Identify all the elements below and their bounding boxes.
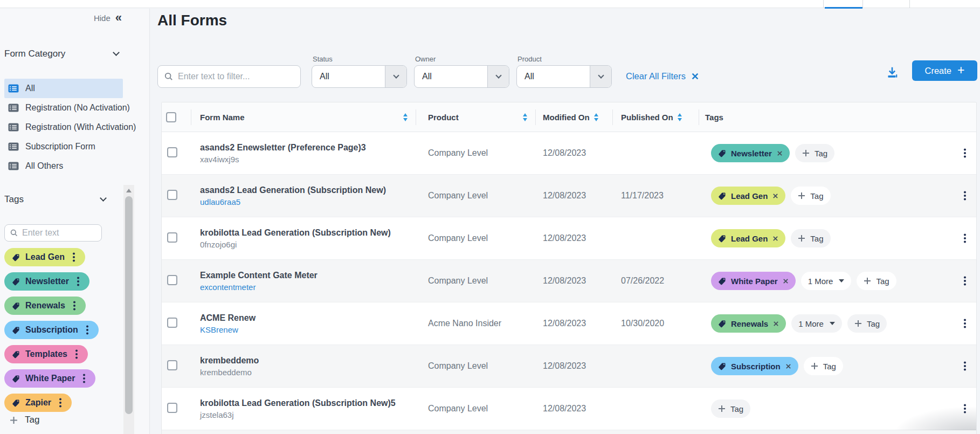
row-menu-kebab-icon[interactable] [961, 233, 969, 244]
form-id[interactable]: krembeddemo [200, 368, 416, 377]
sidebar-category-item[interactable]: Registration (With Activation) [4, 118, 123, 137]
tag-options-kebab-icon[interactable] [73, 349, 80, 360]
filter-value: All [415, 66, 487, 87]
plus-icon [802, 149, 810, 157]
add-tag-button[interactable]: Tag [847, 314, 887, 333]
tag-options-kebab-icon[interactable] [74, 276, 82, 287]
sort-icon[interactable] [594, 113, 598, 121]
hide-sidebar-button[interactable]: Hide « [0, 13, 122, 23]
column-header-product[interactable]: Product [416, 102, 536, 132]
form-name[interactable]: krobilotta Lead Generation (Subscription… [200, 398, 416, 408]
row-checkbox[interactable] [167, 403, 177, 413]
form-id[interactable]: jzstela63j [200, 410, 416, 419]
sort-icon[interactable] [678, 113, 682, 121]
row-menu-kebab-icon[interactable] [961, 318, 969, 329]
tags-header[interactable]: Tags [4, 194, 106, 205]
remove-tag-icon[interactable] [785, 363, 791, 369]
sidebar-tag-label: Renewals [25, 301, 65, 311]
filter-value: All [312, 66, 385, 87]
form-name[interactable]: asands2 Enewsletter (Preference Page)3 [200, 143, 416, 153]
clear-all-filters-button[interactable]: Clear All Filters [626, 71, 699, 81]
sidebar-tag-pill[interactable]: Subscription [4, 321, 99, 339]
row-checkbox[interactable] [167, 275, 177, 285]
tag-pill: Renewals [711, 314, 786, 333]
remove-tag-icon[interactable] [772, 193, 778, 199]
sidebar-tag-pill[interactable]: Lead Gen [4, 248, 85, 266]
add-tag-button[interactable]: Tag [791, 187, 830, 205]
form-name[interactable]: ACME Renew [200, 313, 416, 323]
remove-tag-icon[interactable] [773, 321, 779, 327]
column-header-modified-on[interactable]: Modified On [536, 102, 613, 132]
form-id[interactable]: excontentmeter [200, 283, 416, 292]
download-button[interactable] [885, 65, 899, 79]
form-id[interactable]: KSBrenew [200, 325, 416, 334]
sidebar-category-item[interactable]: Subscription Form [4, 137, 123, 156]
select-chevron-button[interactable] [385, 66, 406, 87]
form-name[interactable]: krembeddemo [200, 356, 416, 366]
sort-icon[interactable] [523, 113, 527, 121]
product-cell: Company Level [416, 361, 536, 371]
sidebar-tag-pill[interactable]: Zapier [4, 394, 72, 412]
tag-options-kebab-icon[interactable] [80, 373, 88, 384]
row-menu-kebab-icon[interactable] [961, 148, 969, 159]
row-menu-kebab-icon[interactable] [961, 275, 969, 286]
row-checkbox[interactable] [167, 147, 177, 157]
scrollbar-up-arrow[interactable] [126, 189, 132, 192]
sidebar-tag-pill[interactable]: White Paper [4, 369, 95, 388]
add-tag-button[interactable]: Tag [791, 229, 830, 247]
plus-icon [864, 277, 871, 285]
row-checkbox[interactable] [167, 190, 177, 200]
remove-tag-icon[interactable] [772, 236, 778, 242]
sidebar-category-item[interactable]: All [4, 79, 123, 98]
sidebar-scrollbar[interactable] [123, 185, 134, 434]
form-name[interactable]: asands2 Lead Generation (Subscription Ne… [200, 185, 416, 195]
sidebar-tag-pill[interactable]: Templates [4, 345, 88, 363]
plus-icon [798, 235, 805, 242]
row-menu-kebab-icon[interactable] [961, 403, 969, 414]
sidebar-add-tag-button[interactable]: Tag [10, 415, 39, 425]
download-icon [885, 65, 899, 79]
tag-search-input[interactable] [22, 228, 96, 238]
filter-text-input[interactable] [178, 72, 294, 81]
form-category-header[interactable]: Form Category [4, 49, 119, 59]
select-chevron-button[interactable] [590, 66, 611, 87]
remove-tag-icon[interactable] [783, 278, 789, 284]
row-menu-kebab-icon[interactable] [961, 190, 969, 201]
form-id[interactable]: 0fnzojo6gi [200, 240, 416, 249]
row-menu-kebab-icon[interactable] [961, 361, 969, 371]
filter-select[interactable]: All [516, 65, 612, 88]
row-checkbox[interactable] [167, 318, 177, 328]
form-name[interactable]: krobilotta Lead Generation (Subscription… [200, 228, 416, 238]
more-tags-button[interactable]: 1 More [791, 314, 842, 333]
column-header-form-name[interactable]: Form Name [191, 102, 416, 132]
sidebar-tag-pill[interactable]: Renewals [4, 297, 86, 315]
sidebar-category-item[interactable]: Registration (No Activation) [4, 98, 123, 118]
form-id[interactable]: udlau6raa5 [200, 197, 416, 206]
filter-select[interactable]: All [414, 65, 509, 88]
sidebar-category-item[interactable]: All Others [4, 156, 123, 176]
sort-icon[interactable] [403, 113, 408, 121]
tag-options-kebab-icon[interactable] [57, 397, 64, 408]
scrollbar-thumb[interactable] [125, 196, 133, 414]
create-button[interactable]: Create + [912, 60, 977, 81]
tag-options-kebab-icon[interactable] [84, 325, 91, 335]
select-chevron-button[interactable] [487, 66, 509, 87]
add-tag-button[interactable]: Tag [857, 272, 896, 290]
more-tags-button[interactable]: 1 More [801, 272, 852, 290]
forms-table: Form Name Product Modified On Published … [161, 102, 977, 434]
add-tag-button[interactable]: Tag [804, 357, 843, 375]
add-tag-button[interactable]: Tag [795, 144, 834, 162]
tag-options-kebab-icon[interactable] [70, 252, 78, 263]
tag-options-kebab-icon[interactable] [71, 300, 78, 311]
column-header-published-on[interactable]: Published On [613, 102, 699, 132]
add-tag-button[interactable]: Tag [711, 399, 750, 418]
filter-select[interactable]: All [312, 65, 407, 88]
form-id[interactable]: xav4iwxj9s [200, 155, 416, 164]
remove-tag-icon[interactable] [777, 150, 783, 156]
sidebar-tag-pill[interactable]: Newsletter [4, 272, 89, 291]
select-all-checkbox[interactable] [166, 112, 176, 122]
row-checkbox[interactable] [167, 232, 177, 243]
form-name[interactable]: Example Content Gate Meter [200, 271, 416, 280]
row-checkbox[interactable] [167, 360, 177, 370]
form-list-icon [8, 123, 19, 132]
